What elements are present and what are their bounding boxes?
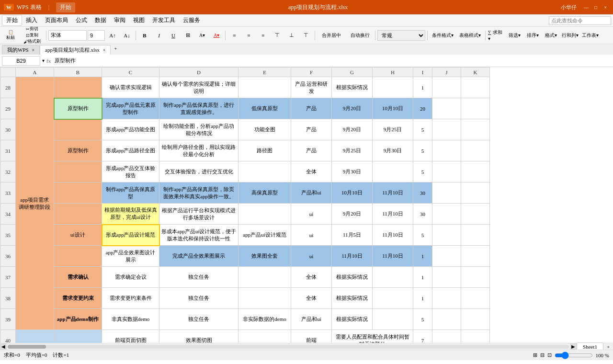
sort-button[interactable]: 排序▾: [524, 29, 541, 42]
cell-H31[interactable]: 9月30日: [373, 140, 413, 161]
align-middle-button[interactable]: ⊥: [285, 29, 298, 42]
cell-E40[interactable]: [238, 330, 291, 343]
cell-A28[interactable]: app项目需求调研整理阶段: [16, 77, 54, 330]
cell-D37[interactable]: 独立任务: [159, 267, 238, 288]
cell-K29[interactable]: [461, 98, 490, 119]
doc-tab-wps[interactable]: 我的WPS ×: [2, 45, 40, 55]
cell-C30[interactable]: 形成app产品功能全图: [102, 119, 159, 140]
cell-F34[interactable]: ui: [291, 204, 332, 225]
row-num-32[interactable]: 32: [0, 161, 16, 182]
cell-I33[interactable]: 30: [413, 182, 432, 204]
cell-F37[interactable]: 全体: [291, 267, 332, 288]
cell-J38[interactable]: [432, 288, 461, 309]
cell-J35[interactable]: [432, 225, 461, 246]
cell-G31[interactable]: 9月25日: [332, 140, 373, 161]
menu-cloud[interactable]: 云服务: [179, 15, 204, 25]
menu-review[interactable]: 审阅: [110, 15, 129, 25]
cell-C35[interactable]: 形成app产品设计规范: [102, 225, 159, 246]
hscroll-bar[interactable]: ◀ ▶ Sheet1 +: [0, 343, 613, 350]
cell-B29[interactable]: 原型制作: [54, 98, 102, 119]
font-name-input[interactable]: [48, 30, 87, 41]
cell-I36[interactable]: 1: [413, 246, 432, 267]
menu-devtools[interactable]: 开发工具: [148, 15, 179, 25]
cell-E28[interactable]: [238, 77, 291, 98]
cell-K33[interactable]: [461, 182, 490, 204]
cell-E34[interactable]: [238, 204, 291, 225]
cell-D36[interactable]: 完成产品全效果图展示: [159, 246, 238, 267]
conditional-format-button[interactable]: 条件格式▾: [430, 29, 456, 42]
cell-D34[interactable]: 根据产品运行平台和实现模式进行多场景设计: [159, 204, 238, 225]
cell-C29[interactable]: 完成app产品低元素原型制作: [102, 98, 159, 119]
cell-I38[interactable]: 1: [413, 288, 432, 309]
filter-button[interactable]: 筛选▾: [506, 29, 523, 42]
col-header-G[interactable]: G: [332, 68, 373, 77]
menu-view[interactable]: 视图: [129, 15, 148, 25]
function-icon[interactable]: fx: [46, 58, 51, 64]
cell-B28[interactable]: [54, 77, 102, 98]
cell-G37[interactable]: 根据实际情况: [332, 267, 373, 288]
doc-tab-xlsx[interactable]: app项目规划与流程.xlsx ×: [40, 45, 111, 55]
view-pagebreak-icon[interactable]: ⊟: [540, 352, 545, 358]
cell-I28[interactable]: 1: [413, 77, 432, 98]
formula-expand-icon[interactable]: ▾: [42, 58, 45, 63]
cell-K37[interactable]: [461, 267, 490, 288]
cell-D39[interactable]: 独立任务: [159, 309, 238, 330]
cell-G35[interactable]: 11月5日: [332, 225, 373, 246]
cell-K32[interactable]: [461, 161, 490, 182]
cell-J33[interactable]: [432, 182, 461, 204]
cell-K40[interactable]: [461, 330, 490, 343]
cell-D38[interactable]: 独立任务: [159, 288, 238, 309]
menu-data[interactable]: 数据: [91, 15, 110, 25]
copy-button[interactable]: ⊡ 复制: [20, 33, 44, 38]
hscroll-track[interactable]: [8, 345, 569, 349]
align-left-button[interactable]: ≡: [227, 29, 241, 42]
row-num-37[interactable]: 37: [0, 267, 16, 288]
fill-color-button[interactable]: A▾: [195, 29, 209, 42]
zoom-slider[interactable]: [555, 352, 593, 359]
cell-F40[interactable]: 前端: [291, 330, 332, 343]
cell-J29[interactable]: [432, 98, 461, 119]
format-dropdown[interactable]: 常规: [377, 30, 425, 41]
cell-B34[interactable]: [54, 204, 102, 225]
cell-C32[interactable]: 形成app产品交互体验报告: [102, 161, 159, 182]
row-num-31[interactable]: 31: [0, 140, 16, 161]
cell-G40[interactable]: 需要人员配置和配合具体时间暂时无法预估: [332, 330, 413, 343]
cell-D40[interactable]: 效果图切图: [159, 330, 238, 343]
align-right-button[interactable]: ≡: [256, 29, 270, 42]
col-header-F[interactable]: F: [291, 68, 332, 77]
search-input[interactable]: [549, 16, 611, 25]
cell-I30[interactable]: 5: [413, 119, 432, 140]
cell-E33[interactable]: 高保真原型: [238, 182, 291, 204]
cell-H32[interactable]: [373, 161, 413, 182]
cell-K35[interactable]: [461, 225, 490, 246]
bold-button[interactable]: B: [138, 29, 151, 42]
table-style-button[interactable]: 表格样式▾: [457, 29, 483, 42]
cell-I31[interactable]: 5: [413, 140, 432, 161]
minimize-button[interactable]: —: [582, 3, 590, 11]
cell-D31[interactable]: 绘制用户路径全图，用以实现路径最小化分析: [159, 140, 238, 161]
cell-I39[interactable]: 5: [413, 309, 432, 330]
cell-G39[interactable]: 根据实际情况: [332, 309, 373, 330]
cell-G30[interactable]: 9月20日: [332, 119, 373, 140]
close-tab-xlsx[interactable]: ×: [103, 47, 106, 53]
tab-start[interactable]: 开始: [56, 2, 75, 12]
cell-G33[interactable]: 10月10日: [332, 182, 373, 204]
row-num-28[interactable]: 28: [0, 77, 16, 98]
close-tab-wps[interactable]: ×: [32, 47, 34, 53]
align-center-button[interactable]: ≡: [242, 29, 255, 42]
cell-E38[interactable]: [238, 288, 291, 309]
worksheet-button[interactable]: 工作表▾: [580, 29, 600, 42]
cell-K36[interactable]: [461, 246, 490, 267]
font-color-button[interactable]: A▾: [210, 29, 223, 42]
row-num-29[interactable]: 29: [0, 98, 16, 119]
cell-J37[interactable]: [432, 267, 461, 288]
cell-H38[interactable]: [373, 288, 413, 309]
paste-button[interactable]: 📋 粘贴: [2, 29, 19, 42]
view-page-icon[interactable]: ⊡: [547, 352, 552, 358]
row-num-30[interactable]: 30: [0, 119, 16, 140]
add-tab-button[interactable]: +: [111, 42, 120, 55]
cell-K34[interactable]: [461, 204, 490, 225]
menu-pagelayout[interactable]: 页面布局: [41, 15, 72, 25]
font-shrink-button[interactable]: A↓: [120, 29, 134, 42]
cell-J32[interactable]: [432, 161, 461, 182]
